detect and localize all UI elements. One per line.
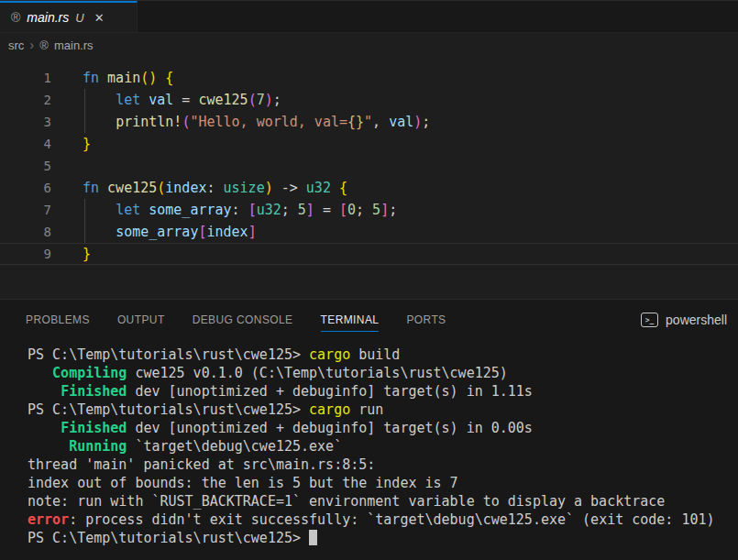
code-text: some_array[index] <box>83 221 257 243</box>
rust-file-icon: ® <box>11 11 20 24</box>
tab-file-name: main.rs <box>27 10 69 25</box>
code-text: } <box>83 133 91 155</box>
rust-file-icon: ® <box>39 38 49 52</box>
code-editor[interactable]: 1fn main() {2 let val = cwe125(7);3 prin… <box>0 57 738 299</box>
breadcrumb-folder[interactable]: src <box>8 38 24 52</box>
code-text: let val = cwe125(7); <box>83 89 281 111</box>
terminal-line: index out of bounds: the len is 5 but th… <box>28 474 738 492</box>
line-number: 6 <box>0 177 51 199</box>
code-line-2: 2 let val = cwe125(7); <box>0 89 738 111</box>
line-number: 7 <box>0 199 51 221</box>
line-number: 3 <box>0 111 51 133</box>
code-line-8: 8 some_array[index] <box>0 221 738 243</box>
line-number: 9 <box>0 244 51 264</box>
terminal-line: error: process didn't exit successfully:… <box>28 511 738 529</box>
panel-tab-output[interactable]: OUTPUT <box>117 308 165 332</box>
terminal-line: note: run with `RUST_BACKTRACE=1` enviro… <box>28 492 738 511</box>
line-number: 1 <box>0 67 51 89</box>
code-text: } <box>83 244 91 264</box>
code-line-9: 9} <box>0 243 738 265</box>
terminal-line: Running `target\debug\cwe125.exe` <box>28 437 738 456</box>
close-icon[interactable]: ✕ <box>94 11 105 25</box>
bottom-panel: PROBLEMSOUTPUTDEBUG CONSOLETERMINALPORTS… <box>0 299 738 560</box>
code-text: fn main() { <box>83 67 173 89</box>
terminal-line: thread 'main' panicked at src\main.rs:8:… <box>28 456 738 474</box>
code-line-4: 4} <box>0 133 738 155</box>
panel-tabs: PROBLEMSOUTPUTDEBUG CONSOLETERMINALPORTS <box>26 308 641 332</box>
git-status-badge: U <box>75 11 83 25</box>
panel-header: PROBLEMSOUTPUTDEBUG CONSOLETERMINALPORTS… <box>0 300 738 340</box>
terminal-line: PS C:\Temp\tutorials\rust\cwe125> <box>28 529 738 547</box>
code-line-5: 5 <box>0 155 738 177</box>
chevron-right-icon: › <box>29 37 34 52</box>
line-number: 2 <box>0 89 51 111</box>
panel-tab-problems[interactable]: PROBLEMS <box>26 308 90 332</box>
line-number: 5 <box>0 155 51 177</box>
terminal-line: Finished dev [unoptimized + debuginfo] t… <box>28 382 738 401</box>
code-line-3: 3 println!("Hello, world, val={}", val); <box>0 111 738 133</box>
editor-tab-bar: ® main.rs U ✕ <box>0 1 738 33</box>
code-line-1: 1fn main() { <box>0 67 738 89</box>
panel-tab-ports[interactable]: PORTS <box>406 308 446 332</box>
terminal-cursor <box>309 530 317 545</box>
code-line-6: 6fn cwe125(index: usize) -> u32 { <box>0 177 738 199</box>
code-text: fn cwe125(index: usize) -> u32 { <box>83 177 347 199</box>
panel-tab-debug-console[interactable]: DEBUG CONSOLE <box>193 308 293 332</box>
panel-tab-terminal[interactable]: TERMINAL <box>321 308 380 332</box>
terminal-line: PS C:\Temp\tutorials\rust\cwe125> cargo … <box>28 346 738 364</box>
terminal-line: PS C:\Temp\tutorials\rust\cwe125> cargo … <box>28 401 738 419</box>
breadcrumb-file[interactable]: main.rs <box>54 38 94 52</box>
shell-selector[interactable]: >_ powershell <box>641 313 729 327</box>
breadcrumb: src › ® main.rs <box>0 33 738 57</box>
code-text: println!("Hello, world, val={}", val); <box>83 111 430 133</box>
line-number: 8 <box>0 221 51 243</box>
tab-main-rs[interactable]: ® main.rs U ✕ <box>0 1 138 32</box>
code-text: let some_array: [u32; 5] = [0; 5]; <box>83 199 397 221</box>
code-line-7: 7 let some_array: [u32; 5] = [0; 5]; <box>0 199 738 221</box>
terminal-output[interactable]: PS C:\Temp\tutorials\rust\cwe125> cargo … <box>0 340 738 547</box>
terminal-line: Finished dev [unoptimized + debuginfo] t… <box>28 419 738 437</box>
vscode-window: ® main.rs U ✕ src › ® main.rs 1fn main()… <box>0 0 738 560</box>
terminal-icon: >_ <box>641 313 658 327</box>
shell-name: powershell <box>666 313 727 327</box>
line-number: 4 <box>0 133 51 155</box>
terminal-line: Compiling cwe125 v0.1.0 (C:\Temp\tutoria… <box>28 364 738 382</box>
